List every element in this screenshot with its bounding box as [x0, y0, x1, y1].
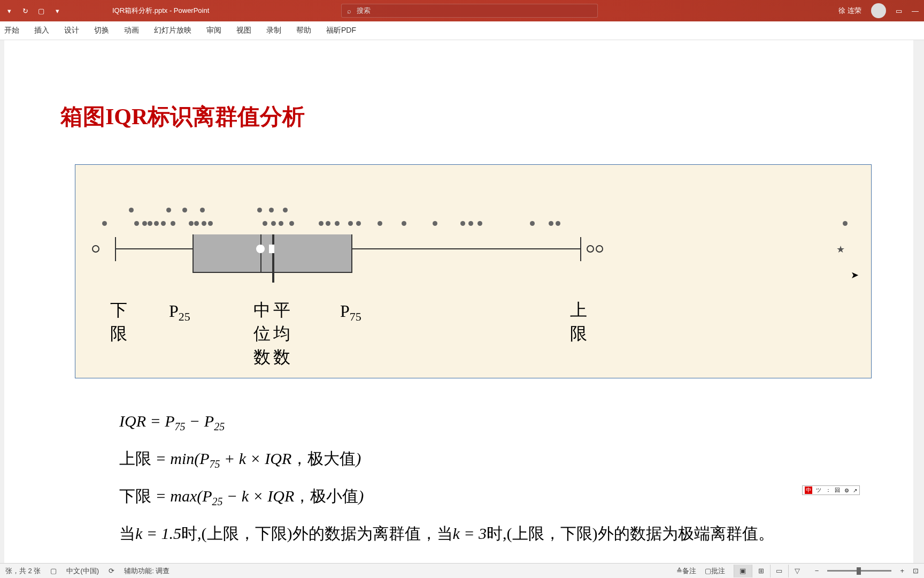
comments-button[interactable]: ▢批注 — [705, 566, 725, 576]
search-placeholder: 搜索 — [357, 6, 371, 16]
svg-point-10 — [587, 246, 594, 252]
cursor-icon: ➤ — [851, 269, 859, 281]
view-buttons: ▣ ⊞ ▭ ▽ — [734, 565, 806, 577]
ime-toolbar[interactable]: 中 ツ ： 回 ⚙ ↗ — [802, 485, 860, 495]
ribbon-opts-icon[interactable]: ▭ — [896, 7, 902, 15]
tab-insert[interactable]: 插入 — [34, 26, 49, 35]
boxplot-diagram: ★ 下 限 P25 中 位 数 平 均 数 P75 上 限 — [75, 164, 872, 378]
tab-foxit[interactable]: 福昕PDF — [326, 26, 356, 35]
customize-icon[interactable]: ▾ — [52, 6, 62, 16]
notes-button[interactable]: ≙备注 — [676, 566, 696, 576]
zoom-slider[interactable] — [827, 570, 891, 572]
avatar[interactable] — [871, 3, 886, 18]
status-language[interactable]: 中文(中国) — [66, 566, 99, 576]
minimize-icon[interactable]: — — [912, 7, 919, 15]
reading-view-button[interactable]: ▭ — [770, 565, 788, 577]
tab-review[interactable]: 审阅 — [206, 26, 221, 35]
svg-point-9 — [93, 246, 99, 252]
slide-title: 箱图IQR标识离群值分析 — [60, 102, 305, 132]
label-p25: P25 — [169, 301, 190, 324]
tab-animations[interactable]: 动画 — [124, 26, 139, 35]
slide-canvas[interactable]: 箱图IQR标识离群值分析 — [4, 40, 913, 571]
chevron-down-icon[interactable]: ▾ — [4, 6, 14, 16]
slide-area: 箱图IQR标识离群值分析 — [0, 40, 924, 571]
svg-text:★: ★ — [836, 244, 845, 255]
tab-home[interactable]: 开始 — [4, 26, 19, 35]
formula-upper: 上限 = min(P75 + k × IQR，极大值) — [119, 448, 774, 470]
label-lower-limit: 下 限 — [110, 299, 127, 346]
tab-help[interactable]: 帮助 — [296, 26, 311, 35]
tab-design[interactable]: 设计 — [64, 26, 79, 35]
svg-point-5 — [256, 245, 265, 253]
formula-area: IQR = P75 − P25 上限 = min(P75 + k × IQR，极… — [119, 412, 774, 560]
document-filename: IQR箱科分析.pptx - PowerPoint — [112, 6, 209, 16]
search-input[interactable]: ⌕ 搜索 — [341, 4, 598, 18]
normal-view-button[interactable]: ▣ — [734, 565, 752, 577]
username-label: 徐 连荣 — [838, 6, 861, 16]
tab-slideshow[interactable]: 幻灯片放映 — [154, 26, 191, 35]
status-accessibility[interactable]: 辅助功能: 调查 — [124, 566, 170, 576]
label-upper-limit: 上 限 — [570, 299, 587, 346]
notes-icon[interactable]: ▢ — [50, 567, 57, 575]
fit-window-button[interactable]: ⊡ — [913, 567, 919, 575]
accessibility-icon[interactable]: ⟳ — [109, 567, 114, 575]
svg-rect-6 — [269, 245, 274, 253]
slideshow-view-button[interactable]: ▽ — [788, 565, 806, 577]
sorter-view-button[interactable]: ⊞ — [752, 565, 770, 577]
zoom-in-button[interactable]: + — [900, 567, 904, 575]
label-p75: P75 — [340, 301, 361, 324]
title-bar: ▾ ↻ ▢ ▾ IQR箱科分析.pptx - PowerPoint ⌕ 搜索 徐… — [0, 0, 924, 21]
boxplot-svg: ★ — [91, 234, 861, 304]
formula-explanation: 当k = 1.5时,(上限，下限)外的数据为离群值，当k = 3时,(上限，下限… — [119, 523, 774, 545]
svg-point-11 — [596, 246, 603, 252]
tab-record[interactable]: 录制 — [266, 26, 281, 35]
status-slide-count: 张，共 2 张 — [5, 566, 41, 576]
present-icon[interactable]: ▢ — [36, 6, 46, 16]
status-bar: 张，共 2 张 ▢ 中文(中国) ⟳ 辅助功能: 调查 ≙备注 ▢批注 ▣ ⊞ … — [0, 563, 924, 578]
ribbon-tabs: 开始 插入 设计 切换 动画 幻灯片放映 审阅 视图 录制 帮助 福昕PDF — [0, 21, 924, 40]
label-mean: 平 均 数 — [273, 299, 290, 369]
tab-transitions[interactable]: 切换 — [94, 26, 109, 35]
undo-icon[interactable]: ↻ — [20, 6, 30, 16]
zoom-out-button[interactable]: − — [815, 567, 819, 575]
formula-iqr: IQR = P75 − P25 — [119, 412, 774, 433]
tab-view[interactable]: 视图 — [236, 26, 251, 35]
search-icon: ⌕ — [347, 7, 351, 15]
formula-lower: 下限 = max(P25 − k × IQR，极小值) — [119, 485, 774, 508]
label-median: 中 位 数 — [253, 299, 271, 369]
